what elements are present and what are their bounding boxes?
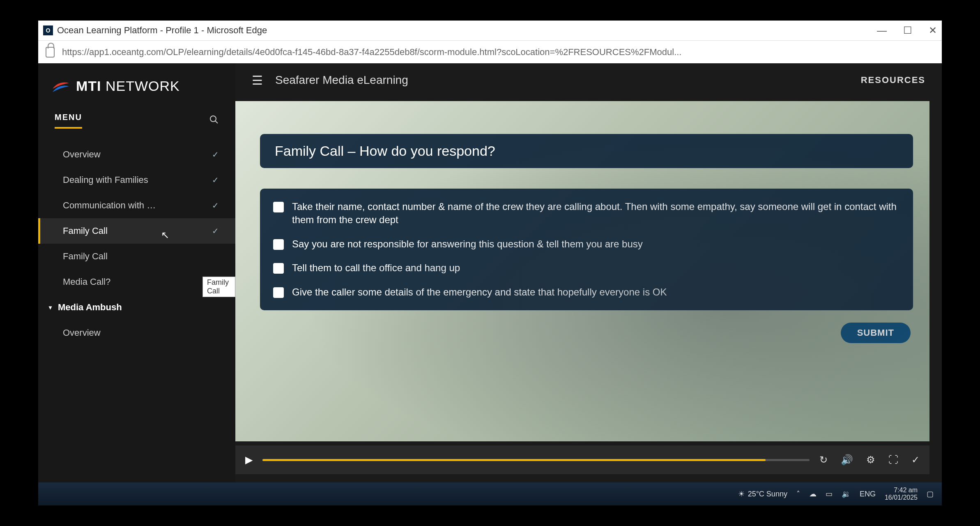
check-icon[interactable]: ✓ [911,454,920,466]
menu-label: MENU [55,113,82,129]
weather-text: 25°C Sunny [748,490,787,498]
media-player: ▶ ↻ 🔊 ⚙ ⛶ ✓ [235,445,929,474]
notifications-icon[interactable]: ▢ [927,489,934,498]
hamburger-icon[interactable]: ☰ [252,73,263,88]
menu-header: MENU [38,113,235,134]
option-text: Tell them to call the office and hang up [292,261,460,275]
fullscreen-icon[interactable]: ⛶ [888,454,898,466]
replay-icon[interactable]: ↻ [819,454,828,466]
app-window: O Ocean Learning Platform - Profile 1 - … [38,21,942,505]
sidebar-item-0[interactable]: Overview✓ [38,142,235,167]
chevron-up-icon[interactable]: ˄ [796,489,800,498]
sidebar-item-label: Family Call [63,251,108,262]
sound-icon[interactable]: 🔉 [842,489,851,498]
svg-point-0 [210,116,216,122]
submit-button[interactable]: SUBMIT [841,323,911,343]
sidebar-item-5[interactable]: Media Call? [38,269,235,295]
sidebar-item-label: Family Call [63,226,108,236]
sidebar-item-label: Overview [63,328,101,338]
volume-icon[interactable]: 🔊 [841,454,853,466]
date-text: 16/01/2025 [885,494,918,501]
player-controls: ↻ 🔊 ⚙ ⛶ ✓ [819,454,920,466]
logo: MTI NETWORK [38,76,235,113]
taskbar-right: ☀ 25°C Sunny ˄ ☁ ▭ 🔉 ENG 7:42 am 16/01/2… [738,487,934,501]
checkbox-icon[interactable] [273,263,284,274]
lock-icon [46,47,55,58]
sidebar-item-label: Media Call? [63,277,110,287]
sidebar-item-7[interactable]: Overview [38,320,235,346]
check-icon: ✓ [212,201,219,210]
sidebar: MTI NETWORK MENU Family Call Overview✓De… [38,63,235,482]
option-text: Give the caller some details of the emer… [292,286,667,299]
option-3[interactable]: Give the caller some details of the emer… [273,286,900,299]
app-body: MTI NETWORK MENU Family Call Overview✓De… [38,63,942,482]
option-2[interactable]: Tell them to call the office and hang up [273,261,900,275]
sidebar-item-label: Communication with … [63,200,156,211]
sidebar-item-2[interactable]: Communication with …✓ [38,193,235,218]
progress-bar[interactable] [262,459,810,461]
sidebar-item-1[interactable]: Dealing with Families✓ [38,167,235,193]
minimize-button[interactable]: — [877,25,887,36]
sidebar-item-label: Overview [63,149,101,160]
favicon-icon: O [43,25,53,35]
taskbar: ☀ 25°C Sunny ˄ ☁ ▭ 🔉 ENG 7:42 am 16/01/2… [38,482,942,505]
maximize-button[interactable]: ☐ [903,25,912,36]
window-title: Ocean Learning Platform - Profile 1 - Mi… [57,25,267,36]
option-text: Take their name, contact number & name o… [292,200,900,227]
menu-list[interactable]: Family Call Overview✓Dealing with Famili… [38,142,235,482]
sidebar-item-label: Media Ambush [58,302,122,313]
check-icon: ✓ [212,150,219,159]
titlebar: O Ocean Learning Platform - Profile 1 - … [38,21,942,40]
url-text[interactable]: https://app1.oceantg.com/OLP/elearning/d… [62,47,681,58]
sidebar-item-4[interactable]: Family Call [38,244,235,269]
option-0[interactable]: Take their name, contact number & name o… [273,200,900,227]
checkbox-icon[interactable] [273,202,284,212]
content-area: ☰ Seafarer Media eLearning RESOURCES Fam… [235,63,942,482]
sidebar-item-3[interactable]: Family Call✓ [38,218,235,244]
checkbox-icon[interactable] [273,239,284,250]
time-text: 7:42 am [885,487,918,494]
weather-widget[interactable]: ☀ 25°C Sunny [738,489,787,498]
sidebar-item-label: Dealing with Families [63,175,148,185]
close-button[interactable]: ✕ [929,25,937,36]
option-1[interactable]: Say you are not responsible for answerin… [273,238,900,251]
cloud-icon[interactable]: ☁ [809,489,817,498]
question-options: Take their name, contact number & name o… [260,189,913,310]
resources-link[interactable]: RESOURCES [861,75,925,85]
play-icon[interactable]: ▶ [245,454,253,466]
question-title: Family Call – How do you respond? [260,134,913,168]
logo-text: MTI NETWORK [76,78,180,94]
course-title: Seafarer Media eLearning [275,74,408,87]
window-controls: — ☐ ✕ [877,25,937,36]
address-bar: https://app1.oceantg.com/OLP/elearning/d… [38,40,942,63]
svg-line-1 [215,121,218,123]
clock[interactable]: 7:42 am 16/01/2025 [885,487,918,501]
sun-icon: ☀ [738,489,745,498]
network-icon[interactable]: ▭ [826,489,833,498]
logo-icon [51,76,71,96]
language-indicator[interactable]: ENG [860,490,876,498]
settings-icon[interactable]: ⚙ [866,454,875,466]
option-text: Say you are not responsible for answerin… [292,238,643,251]
check-icon: ✓ [212,226,219,236]
check-icon: ✓ [212,175,219,185]
search-icon[interactable] [209,115,219,127]
checkbox-icon[interactable] [273,287,284,298]
sidebar-item-6[interactable]: Media Ambush [38,295,235,320]
progress-fill [262,459,766,461]
submit-row: SUBMIT [260,323,913,343]
content-topbar: ☰ Seafarer Media eLearning RESOURCES [235,63,942,97]
slide-area: Family Call – How do you respond? Take t… [235,101,929,441]
question-card: Family Call – How do you respond? Take t… [260,134,913,343]
